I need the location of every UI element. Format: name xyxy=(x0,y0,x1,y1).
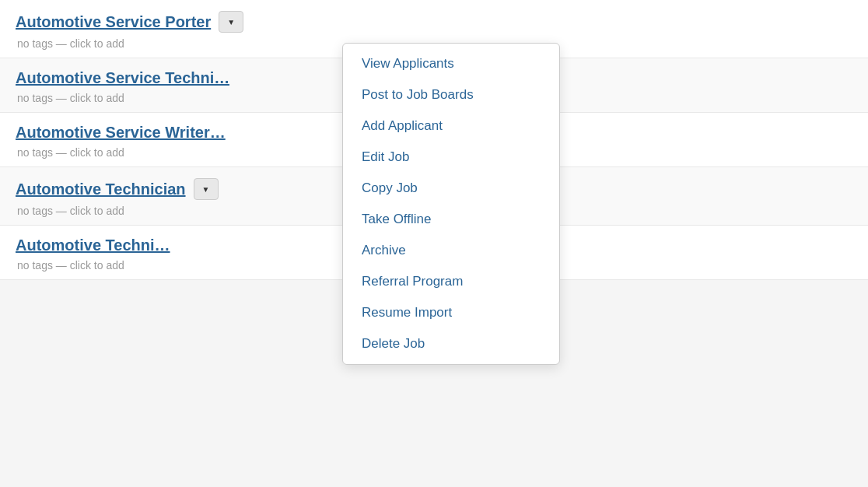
menu-item-post-to-job-boards[interactable]: Post to Job Boards xyxy=(343,79,559,110)
job-title-4[interactable]: Automotive Technician xyxy=(16,180,186,198)
job-list: Automotive Service Porter ▼ no tags — cl… xyxy=(0,0,868,280)
chevron-down-icon: ▼ xyxy=(227,18,235,26)
menu-item-resume-import[interactable]: Resume Import xyxy=(343,297,559,328)
dropdown-button-1[interactable]: ▼ xyxy=(219,11,243,33)
menu-item-edit-job[interactable]: Edit Job xyxy=(343,142,559,173)
dropdown-button-4[interactable]: ▼ xyxy=(194,178,219,200)
job-title-2[interactable]: Automotive Service Techni… xyxy=(16,69,229,87)
chevron-down-icon: ▼ xyxy=(202,185,210,194)
job-title-1[interactable]: Automotive Service Porter xyxy=(16,13,211,31)
job-row: Automotive Service Porter ▼ no tags — cl… xyxy=(0,0,868,58)
dropdown-menu: View Applicants Post to Job Boards Add A… xyxy=(342,43,560,365)
menu-item-copy-job[interactable]: Copy Job xyxy=(343,173,559,204)
menu-item-take-offline[interactable]: Take Offline xyxy=(343,204,559,235)
menu-item-add-applicant[interactable]: Add Applicant xyxy=(343,110,559,142)
menu-item-view-applicants[interactable]: View Applicants xyxy=(343,48,559,79)
menu-item-delete-job[interactable]: Delete Job xyxy=(343,328,559,359)
menu-item-archive[interactable]: Archive xyxy=(343,235,559,266)
job-title-5[interactable]: Automotive Techni… xyxy=(16,236,170,254)
menu-item-referral-program[interactable]: Referral Program xyxy=(343,266,559,297)
job-title-3[interactable]: Automotive Service Writer… xyxy=(16,124,226,142)
